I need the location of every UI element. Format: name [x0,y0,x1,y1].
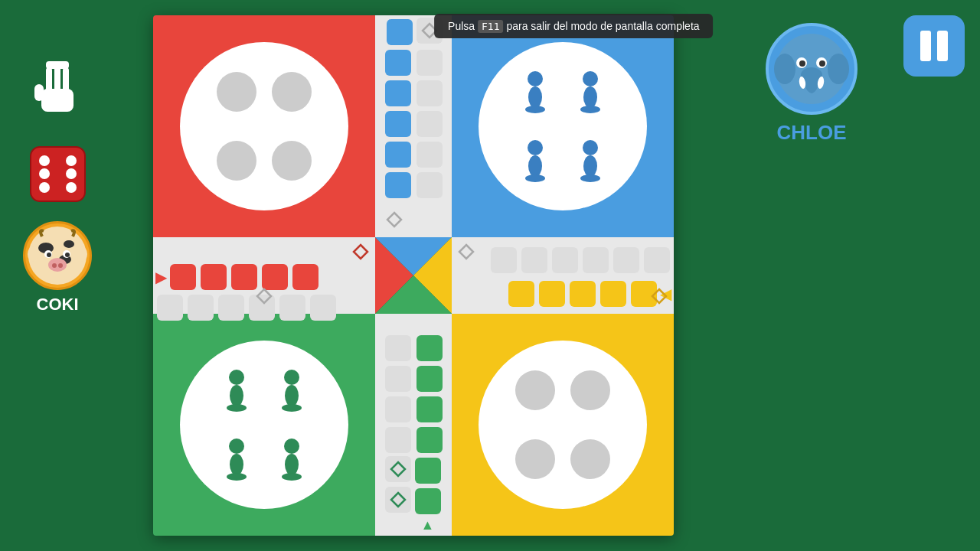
right-path: ◀ [452,237,674,314]
left-path-cell-f [310,295,336,321]
left-path-red-1 [170,264,196,290]
svg-point-32 [285,454,299,475]
pause-bar-left [920,31,931,61]
red-slot-1 [217,72,256,112]
svg-point-24 [227,404,247,412]
bottom-path-row-6 [385,487,443,516]
svg-point-4 [525,106,545,113]
green-pawn-1 [217,367,256,414]
pause-bars [920,31,948,61]
right-path-yellow-1 [508,281,534,307]
yellow-slot-2 [570,370,610,410]
top-path [375,15,452,237]
dice-icon[interactable] [29,145,87,206]
bottom-path-arrow-row: ▲ [387,517,441,533]
top-path-cell-blue-4 [385,111,411,137]
left-path: ▶ [153,237,375,314]
tooltip-text-before: Pulsa [448,20,475,32]
svg-point-57 [48,258,67,272]
top-path-row-2 [384,48,444,77]
bottom-path-row-5 [385,456,443,485]
svg-point-29 [230,454,243,475]
pause-bar-right [937,31,948,61]
quadrant-blue [452,15,674,237]
top-path-row-5 [384,140,444,169]
svg-point-33 [282,473,302,481]
bottom-path-cell-green-4 [416,427,443,453]
right-path-cell-b [521,247,547,273]
svg-point-45 [39,168,50,179]
blue-pawn-2 [570,68,610,116]
bottom-path-cell-green-1 [416,335,443,361]
bottom-path-cell-green-6 [415,488,441,514]
svg-point-58 [52,263,57,268]
left-path-cell-a [157,295,183,321]
svg-point-10 [525,174,545,182]
quadrant-green [153,314,375,536]
top-path-cell-3b [416,80,443,106]
red-slot-2 [272,72,312,112]
fullscreen-tooltip: Pulsa F11 para salir del modo de pantall… [434,14,713,38]
bottom-path-cell-green-2 [416,366,443,392]
right-path-cell-d [583,247,609,273]
svg-point-7 [580,106,600,113]
chloe-player: CHLOE [766,23,858,145]
top-path-cell-blue-1 [387,19,413,45]
svg-marker-34 [391,462,405,476]
left-path-cell-b [188,295,214,321]
svg-point-27 [282,404,302,412]
right-path-cell-e [613,247,639,273]
quadrant-red [153,15,375,237]
chloe-label: CHLOE [777,121,847,145]
bottom-path-cell-4a [385,427,411,453]
top-path-cell-4b [416,111,443,137]
green-pawn-4 [272,435,312,483]
yellow-home-circle [479,341,647,509]
svg-point-3 [528,86,542,108]
bottom-path-spacer [387,517,413,533]
left-path-diamond-bottom [256,288,273,308]
svg-point-48 [66,182,77,193]
svg-point-25 [284,370,299,385]
svg-point-31 [284,439,299,454]
svg-point-23 [230,385,243,406]
svg-point-67 [799,60,805,67]
left-path-red-5 [292,264,318,290]
ludo-board: ▶ [153,15,674,536]
top-path-cell-blue-6 [385,172,411,198]
svg-point-22 [229,370,244,385]
svg-point-2 [528,71,543,86]
right-path-diamond-top [458,243,475,263]
bottom-path-row-4 [384,425,444,455]
pause-button[interactable] [903,15,965,77]
top-path-cell-blue-2 [385,50,411,76]
red-slot-4 [272,141,312,181]
left-path-red-4 [262,264,288,290]
chloe-avatar [766,23,858,115]
svg-point-56 [65,253,70,257]
tooltip-key: F11 [478,20,503,33]
yellow-slot-1 [515,370,555,410]
bottom-path-cell-green-3 [416,396,443,422]
top-path-row-6 [384,171,444,200]
red-home-circle [180,42,348,210]
svg-point-6 [583,86,597,108]
bottom-path-arrow-up: ▲ [415,517,441,533]
left-path-cell-e [279,295,305,321]
bottom-path-cell-2a [385,366,411,392]
left-path-cell-c [218,295,244,321]
svg-point-13 [580,174,600,182]
bottom-path-diamond-cell-2 [385,487,411,513]
svg-point-59 [58,263,63,268]
blue-pawn-4 [570,137,610,184]
top-path-cell-5b [416,142,443,168]
bottom-path-cell-1a [385,335,411,361]
top-path-cell-blue-3 [385,80,411,106]
right-path-main-row: ◀ [507,279,671,308]
sidebar-left: COKI [23,46,92,315]
board-container: ▶ [153,15,674,543]
top-path-cell-blue-5 [385,142,411,168]
green-pawn-3 [217,435,256,483]
top-path-row-3 [384,79,444,108]
blue-pawn-3 [515,137,555,184]
